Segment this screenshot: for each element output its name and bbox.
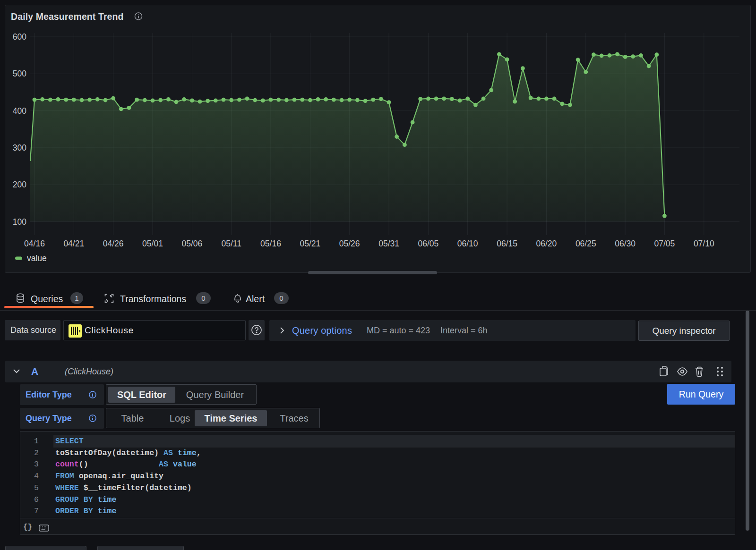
svg-text:07/05: 07/05: [654, 239, 675, 248]
svg-text:04/21: 04/21: [63, 239, 84, 248]
svg-text:100: 100: [13, 217, 26, 227]
svg-text:04/16: 04/16: [24, 239, 45, 248]
svg-text:value: value: [27, 254, 47, 263]
svg-text:05/16: 05/16: [260, 239, 281, 248]
svg-text:06/15: 06/15: [497, 239, 517, 248]
svg-text:500: 500: [13, 69, 26, 78]
svg-text:05/01: 05/01: [142, 239, 163, 248]
svg-text:04/26: 04/26: [103, 239, 124, 248]
svg-text:05/06: 05/06: [182, 239, 203, 248]
svg-text:06/20: 06/20: [536, 239, 557, 248]
svg-text:07/10: 07/10: [694, 239, 714, 248]
svg-text:06/30: 06/30: [615, 239, 636, 248]
svg-text:200: 200: [13, 180, 26, 189]
svg-text:05/26: 05/26: [339, 239, 360, 248]
svg-text:06/25: 06/25: [576, 239, 596, 248]
svg-text:06/05: 06/05: [418, 239, 439, 248]
svg-text:400: 400: [13, 106, 26, 116]
svg-text:600: 600: [13, 32, 26, 42]
svg-text:05/21: 05/21: [300, 239, 321, 248]
svg-text:05/11: 05/11: [221, 239, 241, 248]
svg-text:300: 300: [13, 143, 26, 152]
svg-text:06/10: 06/10: [457, 239, 478, 248]
svg-text:05/31: 05/31: [378, 239, 399, 248]
